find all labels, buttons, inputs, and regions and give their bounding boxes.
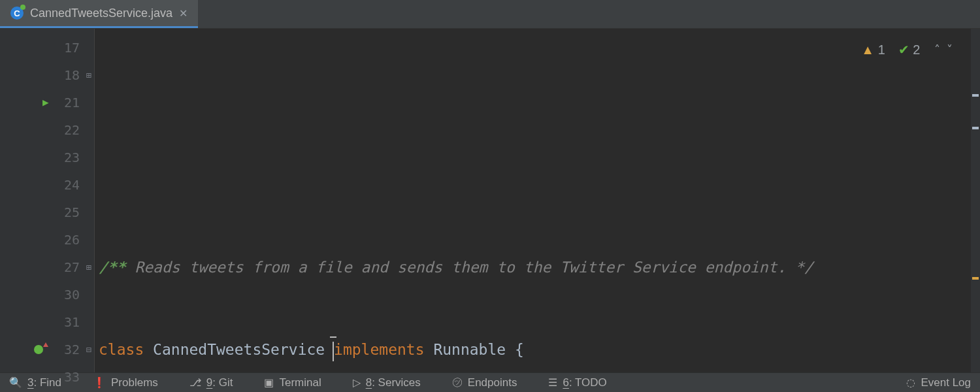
check-icon: ✔ xyxy=(898,42,909,57)
fold-icon[interactable]: ⊟ xyxy=(86,336,91,363)
code-line[interactable]: /** Reads tweets from a file and sends t… xyxy=(99,253,980,281)
tool-problems[interactable]: ❗Problems xyxy=(93,376,158,389)
next-highlight-icon[interactable]: ˅ xyxy=(945,43,954,56)
tool-git[interactable]: ⎇9: Git xyxy=(189,376,233,389)
endpoints-icon: ㋡ xyxy=(452,376,463,389)
tool-endpoints[interactable]: ㋡Endpoints xyxy=(452,376,517,389)
tool-todo[interactable]: ☰6: TODO xyxy=(548,376,606,389)
fold-icon[interactable]: ⊞ xyxy=(86,253,91,281)
code-line[interactable] xyxy=(99,171,980,199)
terminal-icon: ▣ xyxy=(264,376,274,389)
line-number: 26 xyxy=(64,226,80,253)
line-number: 22 xyxy=(64,116,80,144)
line-number: 23 xyxy=(64,144,80,171)
tool-services[interactable]: ▷8: Services xyxy=(353,376,421,389)
pass-count: 2 xyxy=(913,42,920,57)
close-icon[interactable]: ✕ xyxy=(179,7,188,20)
services-icon: ▷ xyxy=(353,376,361,389)
vcs-change-icon[interactable] xyxy=(34,345,43,354)
line-number: 21 xyxy=(64,89,80,116)
code-line[interactable]: class CannedTweetsService implements Run… xyxy=(99,336,980,363)
line-number: 24 xyxy=(64,171,80,199)
line-number: 27 xyxy=(64,253,80,281)
stripe-mark-warning[interactable] xyxy=(972,277,979,280)
stripe-mark[interactable] xyxy=(972,127,979,129)
tool-window-bar: 🔍3: Find ❗Problems ⎇9: Git ▣Terminal ▷8:… xyxy=(0,372,980,392)
editor: 17 ⊞18 ▶21 22 23 24 25 26 ⊞27 30 31 ⊟32 … xyxy=(0,29,980,372)
line-number: 32 xyxy=(64,336,80,363)
line-number: 30 xyxy=(64,281,80,308)
error-stripe[interactable] xyxy=(971,29,980,372)
editor-tab-label: CannedTweetsService.java xyxy=(30,7,172,20)
prev-highlight-icon[interactable]: ˄ xyxy=(933,43,941,56)
stripe-mark[interactable] xyxy=(972,94,979,97)
line-number: 25 xyxy=(64,199,80,226)
todo-icon: ☰ xyxy=(548,376,557,389)
editor-gutter: 17 ⊞18 ▶21 22 23 24 25 26 ⊞27 30 31 ⊟32 … xyxy=(0,29,95,372)
inspection-widget[interactable]: ▲ 1 ✔ 2 ˄ ˅ xyxy=(861,35,954,63)
problems-icon: ❗ xyxy=(93,376,106,389)
line-number: 31 xyxy=(64,308,80,336)
warning-icon: ▲ xyxy=(861,42,874,57)
tool-event-log[interactable]: ◌Event Log xyxy=(906,376,971,389)
line-number: 17 xyxy=(64,34,80,61)
editor-tab-bar: C CannedTweetsService.java ✕ xyxy=(0,0,980,29)
editor-tab-active[interactable]: C CannedTweetsService.java ✕ xyxy=(0,0,198,28)
run-gutter-icon[interactable]: ▶ xyxy=(42,89,49,116)
tool-terminal[interactable]: ▣Terminal xyxy=(264,376,321,389)
fold-icon[interactable]: ⊞ xyxy=(86,61,91,89)
warning-count: 1 xyxy=(878,42,885,57)
event-log-icon: ◌ xyxy=(906,376,915,389)
line-number: 18 xyxy=(64,61,80,89)
java-class-icon: C xyxy=(10,7,24,20)
editor-code-area[interactable]: ▲ 1 ✔ 2 ˄ ˅ /** Reads tweets from a file… xyxy=(95,29,980,372)
line-number: 33 xyxy=(64,363,80,391)
git-icon: ⎇ xyxy=(189,376,201,389)
